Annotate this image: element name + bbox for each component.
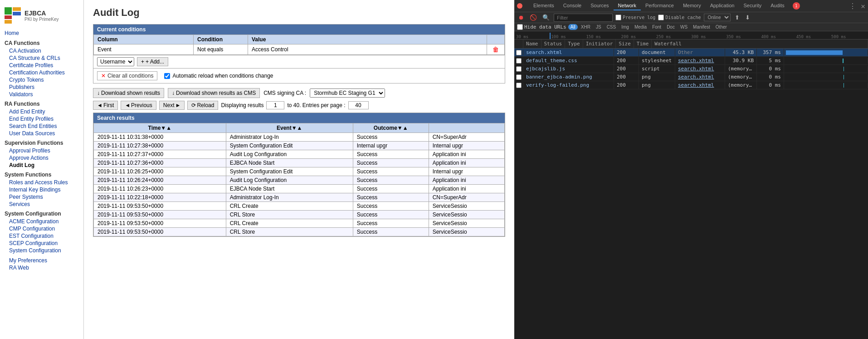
- page-number-input[interactable]: [266, 101, 284, 109]
- devtools-tab-performance[interactable]: Performance: [641, 1, 678, 10]
- devtools-network-row[interactable]: banner_ejbca-admin.png200pngsearch.xhtml…: [514, 73, 868, 81]
- filter-type-media[interactable]: Media: [632, 24, 649, 30]
- first-page-button[interactable]: ◄ First: [93, 101, 118, 110]
- devtools-settings-button[interactable]: ✕: [861, 2, 865, 10]
- nav-item-sys-config[interactable]: System Configuration: [0, 247, 83, 254]
- nav-item-publishers[interactable]: Publishers: [0, 84, 83, 91]
- row-checkbox[interactable]: [516, 74, 522, 80]
- col-h-name[interactable]: Name: [523, 39, 541, 48]
- row-initiator-link[interactable]: search.xhtml: [678, 66, 714, 72]
- import-button[interactable]: ⬆: [733, 13, 741, 22]
- nav-item-roles[interactable]: Roles and Access Rules: [0, 179, 83, 186]
- nav-item-ca-structure[interactable]: CA Structure & CRLs: [0, 54, 83, 62]
- col-h-time[interactable]: Time: [634, 39, 652, 48]
- devtools-more-button[interactable]: ⋮: [849, 2, 856, 10]
- col-header-time[interactable]: Time▼▲: [94, 123, 226, 133]
- filter-type-other[interactable]: Other: [713, 24, 729, 30]
- nav-item-est[interactable]: EST Configuration: [0, 232, 83, 240]
- table-row[interactable]: 2019-11-11 10:27:38+0000System Configura…: [94, 142, 505, 150]
- table-row[interactable]: 2019-11-11 09:53:50+0000CRL StoreSuccess…: [94, 211, 505, 219]
- col-h-status[interactable]: Status: [541, 39, 566, 48]
- table-row[interactable]: 2019-11-11 10:26:23+0000EJBCA Node Start…: [94, 185, 505, 193]
- devtools-network-row[interactable]: search.xhtml200documentOther45.3 KB357 m…: [514, 49, 868, 57]
- next-page-button[interactable]: Next ►: [159, 101, 185, 110]
- devtools-tab-sources[interactable]: Sources: [586, 1, 613, 10]
- nav-item-ca-activation[interactable]: CA Activation: [0, 47, 83, 54]
- devtools-record-button[interactable]: ⏺: [517, 13, 526, 22]
- nav-item-crypto-tokens[interactable]: Crypto Tokens: [0, 76, 83, 84]
- nav-item-cmp[interactable]: CMP Configuration: [0, 225, 83, 232]
- throttle-select[interactable]: Online: [704, 14, 731, 21]
- add-column-select[interactable]: Username Event Outcome Time Module: [97, 57, 134, 66]
- download-shown-results-button[interactable]: ↓ Download shown results: [93, 88, 164, 98]
- nav-item-approve-actions[interactable]: Approve Actions: [0, 154, 83, 162]
- filter-type-manifest[interactable]: Manifest: [691, 24, 712, 30]
- nav-item-acme[interactable]: ACME Configuration: [0, 218, 83, 225]
- col-header-event[interactable]: Event▼▲: [226, 123, 353, 133]
- home-link[interactable]: Home: [0, 29, 83, 37]
- nav-item-cert-profiles[interactable]: Certificate Profiles: [0, 62, 83, 69]
- devtools-close-button[interactable]: [517, 3, 522, 9]
- row-checkbox[interactable]: [516, 50, 522, 55]
- table-row[interactable]: 2019-11-11 10:22:18+0000Administrator Lo…: [94, 193, 505, 202]
- devtools-tab-application[interactable]: Application: [706, 1, 739, 10]
- nav-item-key-bindings[interactable]: Internal Key Bindings: [0, 186, 83, 193]
- table-row[interactable]: 2019-11-11 10:27:36+0000EJBCA Node Start…: [94, 159, 505, 167]
- col-h-type[interactable]: Type: [565, 39, 583, 48]
- nav-item-user-data-sources[interactable]: User Data Sources: [0, 130, 83, 137]
- auto-reload-checkbox[interactable]: [164, 73, 170, 79]
- nav-item-add-end-entity[interactable]: Add End Entity: [0, 108, 83, 115]
- devtools-tab-memory[interactable]: Memory: [678, 1, 706, 10]
- table-row[interactable]: 2019-11-11 10:26:24+0000Audit Log Config…: [94, 176, 505, 185]
- hide-data-urls-checkbox[interactable]: [517, 24, 523, 30]
- row-checkbox[interactable]: [516, 83, 522, 88]
- nav-item-services[interactable]: Services: [0, 201, 83, 208]
- devtools-tab-elements[interactable]: Elements: [529, 1, 559, 10]
- cms-signing-ca-select[interactable]: Stormhub EC Staging G1: [310, 88, 385, 98]
- cond-event-delete-button[interactable]: 🗑: [491, 46, 501, 53]
- devtools-network-row[interactable]: ejbcajslib.js200scriptsearch.xhtml(memor…: [514, 65, 868, 73]
- entries-per-page-input[interactable]: [348, 101, 369, 109]
- nav-home[interactable]: Home: [0, 29, 83, 37]
- filter-type-js[interactable]: JS: [594, 24, 604, 30]
- filter-type-css[interactable]: CSS: [605, 24, 619, 30]
- table-row[interactable]: 2019-11-11 09:53:50+0000CRL StoreSuccess…: [94, 228, 505, 236]
- nav-item-audit-log[interactable]: Audit Log: [0, 162, 83, 169]
- nav-item-validators[interactable]: Validators: [0, 91, 83, 98]
- table-row[interactable]: 2019-11-11 10:26:25+0000System Configura…: [94, 167, 505, 176]
- export-button[interactable]: ⬇: [744, 13, 751, 22]
- nav-item-cert-authorities[interactable]: Certification Authorities: [0, 69, 83, 76]
- row-initiator-link[interactable]: search.xhtml: [678, 58, 714, 64]
- filter-type-xhr[interactable]: XHR: [579, 24, 593, 30]
- devtools-tab-security[interactable]: Security: [739, 1, 766, 10]
- devtools-clear-button[interactable]: 🚫: [528, 13, 538, 22]
- nav-item-my-prefs[interactable]: My Preferences: [0, 257, 83, 264]
- nav-item-end-entity-profiles[interactable]: End Entity Profiles: [0, 115, 83, 123]
- nav-item-search-end-entities[interactable]: Search End Entities: [0, 123, 83, 130]
- filter-type-all[interactable]: All: [568, 24, 578, 30]
- col-h-waterfall[interactable]: Waterfall: [652, 39, 868, 48]
- filter-type-font[interactable]: Font: [650, 24, 663, 30]
- download-cms-button[interactable]: ↓ Download shown results as CMS: [168, 88, 260, 98]
- prev-page-button[interactable]: ◄ Previous: [121, 101, 156, 110]
- nav-item-peer-systems[interactable]: Peer Systems: [0, 193, 83, 201]
- row-initiator-link[interactable]: search.xhtml: [678, 82, 714, 88]
- devtools-network-row[interactable]: verify-log-failed.png200pngsearch.xhtml(…: [514, 81, 868, 89]
- devtools-filter-input[interactable]: [554, 14, 613, 22]
- devtools-tab-console[interactable]: Console: [559, 1, 586, 10]
- add-condition-button[interactable]: + + Add...: [137, 57, 168, 66]
- nav-item-approval-profiles[interactable]: Approval Profiles: [0, 147, 83, 154]
- disable-cache-checkbox[interactable]: [658, 15, 664, 20]
- row-initiator-link[interactable]: search.xhtml: [678, 74, 714, 80]
- clear-conditions-button[interactable]: ✕ Clear all conditions: [97, 71, 157, 80]
- table-row[interactable]: 2019-11-11 09:53:50+0000CRL CreateSucces…: [94, 202, 505, 211]
- filter-type-doc[interactable]: Doc: [664, 24, 677, 30]
- devtools-network-row[interactable]: default_theme.css200stylesheetsearch.xht…: [514, 57, 868, 65]
- nav-item-scep[interactable]: SCEP Configuration: [0, 240, 83, 247]
- preserve-log-checkbox[interactable]: [615, 15, 621, 20]
- row-checkbox[interactable]: [516, 66, 522, 72]
- col-header-outcome[interactable]: Outcome▼▲: [353, 123, 429, 133]
- filter-type-ws[interactable]: WS: [678, 24, 690, 30]
- table-row[interactable]: 2019-11-11 10:31:38+0000Administrator Lo…: [94, 133, 505, 142]
- table-row[interactable]: 2019-11-11 09:53:50+0000CRL CreateSucces…: [94, 219, 505, 228]
